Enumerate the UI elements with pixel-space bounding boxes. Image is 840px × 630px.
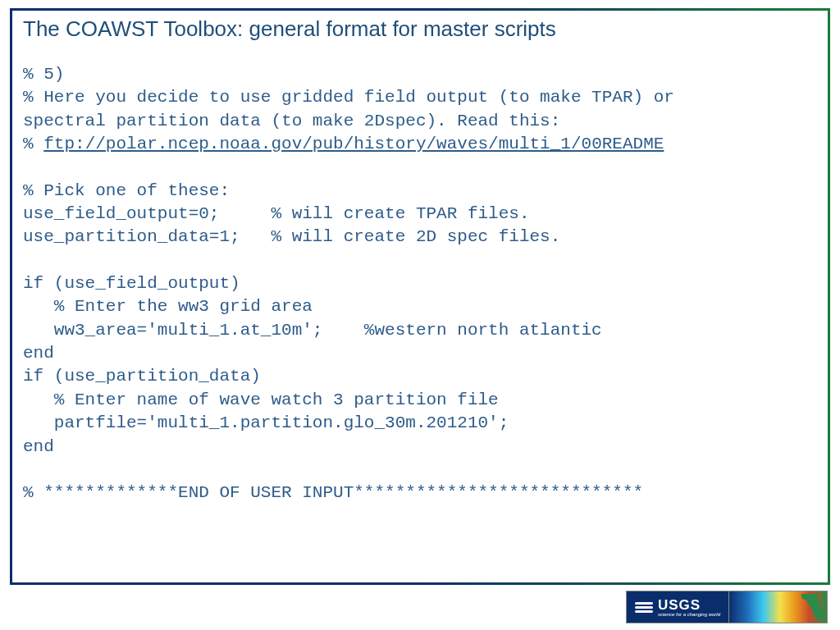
code-line: % — [23, 135, 43, 153]
readme-link[interactable]: ftp://polar.ncep.noaa.gov/pub/history/wa… — [43, 135, 664, 153]
code-line: % Enter the ww3 grid area — [23, 297, 313, 316]
usgs-text: USGS science for a changing world — [658, 598, 720, 617]
code-line: if (use_partition_data) — [23, 367, 261, 386]
usgs-wave-icon — [635, 598, 653, 616]
usgs-name: USGS — [658, 598, 720, 612]
content-area: The COAWST Toolbox: general format for m… — [23, 16, 817, 505]
code-line: spectral partition data (to make 2Dspec)… — [23, 112, 560, 130]
slide-title: The COAWST Toolbox: general format for m… — [23, 16, 817, 42]
footer-logos: USGS science for a changing world — [626, 591, 828, 623]
code-line: partfile='multi_1.partition.glo_30m.2012… — [23, 413, 509, 432]
code-line: use_partition_data=1; % will create 2D s… — [23, 227, 560, 246]
color-band — [729, 591, 828, 623]
code-line: if (use_field_output) — [23, 274, 240, 293]
code-line: % *************END OF USER INPUT********… — [23, 483, 643, 502]
code-line: use_field_output=0; % will create TPAR f… — [23, 204, 530, 223]
usgs-logo: USGS science for a changing world — [626, 591, 729, 623]
code-line: end — [23, 437, 54, 456]
code-line: % Enter name of wave watch 3 partition f… — [23, 390, 499, 409]
code-line: % 5) — [23, 65, 64, 84]
code-line: end — [23, 344, 54, 363]
code-line: % Here you decide to use gridded field o… — [23, 88, 674, 107]
usgs-tagline: science for a changing world — [658, 612, 720, 617]
code-line: ww3_area='multi_1.at_10m'; %western nort… — [23, 321, 602, 340]
code-line: % Pick one of these: — [23, 181, 230, 200]
code-block: % 5) % Here you decide to use gridded fi… — [23, 63, 817, 505]
